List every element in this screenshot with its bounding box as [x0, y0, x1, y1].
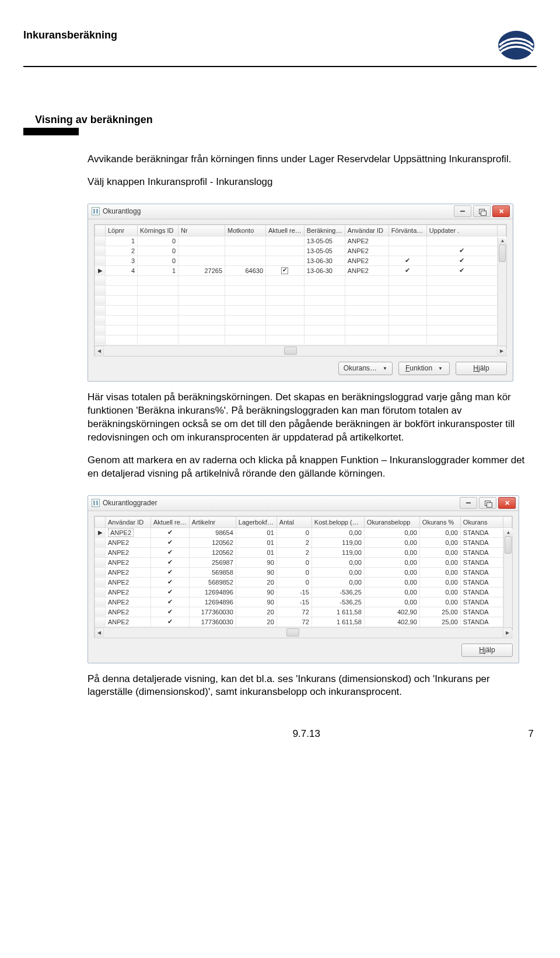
checkmark-icon[interactable]: ✔: [151, 617, 190, 627]
column-header[interactable]: Nr: [178, 225, 225, 236]
paragraph-3: Här visas totalen på beräkningskörningen…: [88, 391, 525, 445]
table-row[interactable]: ANPE2✔56898522000,000,000,00STANDA: [95, 577, 512, 587]
column-header[interactable]: Användar ID: [106, 516, 151, 527]
funktion-button[interactable]: Funktion ▼: [398, 362, 450, 375]
table-row[interactable]: ANPE2✔1269489690-15-536,250,000,00STANDA: [95, 597, 512, 607]
checkmark-icon[interactable]: ✔: [151, 577, 190, 587]
checkmark-icon[interactable]: ✔: [151, 567, 190, 577]
column-header[interactable]: Aktuell re…: [266, 225, 304, 236]
table-row[interactable]: [95, 285, 506, 295]
column-header[interactable]: Användar ID: [345, 225, 388, 236]
minimize-button[interactable]: [460, 497, 477, 509]
checkmark-icon[interactable]: ✔: [388, 265, 426, 275]
table-row[interactable]: ANPE2✔1269489690-15-536,250,000,00STANDA: [95, 587, 512, 597]
column-header[interactable]: Lagerbokf…: [236, 516, 276, 527]
column-header[interactable]: [95, 225, 106, 236]
checkmark-icon[interactable]: ✔: [151, 547, 190, 557]
vertical-scrollbar[interactable]: ▲ ▼: [503, 529, 512, 638]
column-header[interactable]: Okurans: [460, 516, 503, 527]
scroll-right-icon[interactable]: ▶: [497, 346, 506, 356]
table-row[interactable]: [95, 305, 506, 315]
hscroll-thumb[interactable]: [286, 628, 299, 637]
column-header[interactable]: Kost.belopp (…: [312, 516, 364, 527]
maximize-button[interactable]: [473, 205, 491, 217]
checkbox-icon[interactable]: [281, 267, 288, 274]
checkmark-icon[interactable]: ✔: [151, 527, 190, 537]
table-row[interactable]: [95, 275, 506, 285]
grid-okurantlogg[interactable]: LöpnrKörnings IDNrMotkontoAktuell re…Ber…: [94, 224, 507, 356]
column-header[interactable]: Förvänta…: [388, 225, 426, 236]
checkmark-icon[interactable]: ✔: [151, 587, 190, 597]
column-header[interactable]: Okuransbelopp: [364, 516, 419, 527]
minimize-button[interactable]: [454, 205, 471, 217]
page-footer: 9.7.13 7: [23, 728, 537, 740]
table-row[interactable]: [95, 315, 506, 325]
column-header[interactable]: Antal: [276, 516, 312, 527]
scroll-left-icon[interactable]: ◀: [94, 628, 104, 638]
checkmark-icon[interactable]: ✔: [151, 557, 190, 567]
table-row[interactable]: 1013-05-05ANPE2: [95, 236, 506, 246]
button-row: Hjälp: [88, 640, 519, 663]
scroll-left-icon[interactable]: ◀: [94, 346, 104, 356]
table-row[interactable]: ANPE2✔17736003020721 611,58402,9025,00ST…: [95, 617, 512, 627]
page-title: Inkuransberäkning: [23, 29, 117, 41]
close-button[interactable]: [498, 497, 516, 509]
checkmark-icon[interactable]: ✔: [426, 265, 497, 275]
chevron-down-icon: ▼: [438, 366, 443, 371]
okurans-button[interactable]: Okurans… ▼: [338, 362, 393, 375]
table-row[interactable]: ANPE2✔120562012119,000,000,00STANDA: [95, 537, 512, 547]
horizontal-scrollbar[interactable]: ◀ ▶: [94, 627, 512, 638]
window-icon: [92, 499, 100, 507]
close-button[interactable]: [492, 205, 510, 217]
column-header[interactable]: [95, 516, 106, 527]
maximize-button[interactable]: [479, 497, 496, 509]
grid-okurantloggrader[interactable]: Användar IDAktuell re…ArtikelnrLagerbokf…: [94, 516, 513, 638]
checkmark-icon[interactable]: ✔: [151, 597, 190, 607]
table-row[interactable]: ANPE2✔120562012119,000,000,00STANDA: [95, 547, 512, 557]
checkmark-icon[interactable]: ✔: [426, 256, 497, 265]
selected-cell[interactable]: ANPE2: [108, 529, 134, 537]
column-header[interactable]: Motkonto: [225, 225, 266, 236]
scroll-thumb[interactable]: [505, 536, 512, 554]
table-row[interactable]: [95, 325, 506, 335]
table-row[interactable]: [95, 295, 506, 305]
window-okurantlogg: Okurantlogg LöpnrKörnings IDNrMotkontoAk…: [88, 204, 513, 382]
column-header[interactable]: Körnings ID: [138, 225, 178, 236]
window-okurantloggrader: Okurantloggrader Användar IDAktuell re…A…: [88, 495, 519, 663]
table-row[interactable]: ANPE2✔17736003020721 611,58402,9025,00ST…: [95, 607, 512, 617]
column-header[interactable]: Beräkning…: [304, 225, 345, 236]
hscroll-thumb[interactable]: [284, 347, 297, 355]
help-button[interactable]: Hjälp: [456, 362, 507, 375]
titlebar: Okurantlogg: [88, 204, 513, 219]
table-row[interactable]: 3013-06-30ANPE2✔✔: [95, 256, 506, 265]
table-row[interactable]: 2013-05-05ANPE2✔: [95, 246, 506, 256]
scroll-thumb[interactable]: [499, 244, 506, 262]
paragraph-5: På denna detaljerade visning, kan det bl…: [88, 673, 525, 700]
checkmark-icon[interactable]: ✔: [151, 607, 190, 617]
button-row: Okurans… ▼ Funktion ▼ Hjälp: [88, 358, 513, 381]
column-header[interactable]: Löpnr: [106, 225, 138, 236]
scroll-up-icon[interactable]: ▲: [498, 237, 507, 244]
help-button[interactable]: Hjälp: [461, 644, 513, 657]
table-row[interactable]: ANPE2✔2569879000,000,000,00STANDA: [95, 557, 512, 567]
column-header[interactable]: Uppdater .: [426, 225, 497, 236]
footer-page: 7: [528, 728, 534, 740]
scroll-right-icon[interactable]: ▶: [503, 628, 512, 638]
column-header[interactable]: Aktuell re…: [151, 516, 190, 527]
table-row[interactable]: [95, 335, 506, 345]
checkmark-icon[interactable]: ✔: [426, 246, 497, 256]
logo-icon: [496, 29, 537, 61]
column-header[interactable]: Artikelnr: [189, 516, 236, 527]
scroll-up-icon[interactable]: ▲: [504, 529, 513, 536]
checkmark-icon[interactable]: ✔: [388, 256, 426, 265]
table-row[interactable]: ▶ANPE2✔986540100,000,000,00STANDA: [95, 527, 512, 537]
help-label: Hjälp: [473, 364, 489, 372]
table-row[interactable]: ANPE2✔5698589000,000,000,00STANDA: [95, 567, 512, 577]
vertical-scrollbar[interactable]: ▲ ▼: [498, 237, 506, 356]
checkmark-icon[interactable]: ✔: [151, 537, 190, 547]
table-row[interactable]: ▶41272656463013-06-30ANPE2✔✔: [95, 265, 506, 275]
horizontal-scrollbar[interactable]: ◀ ▶: [94, 345, 506, 356]
heading-underline: [23, 128, 79, 135]
paragraph-4: Genom att markera en av raderna och klic…: [88, 454, 525, 481]
column-header[interactable]: Okurans %: [419, 516, 460, 527]
